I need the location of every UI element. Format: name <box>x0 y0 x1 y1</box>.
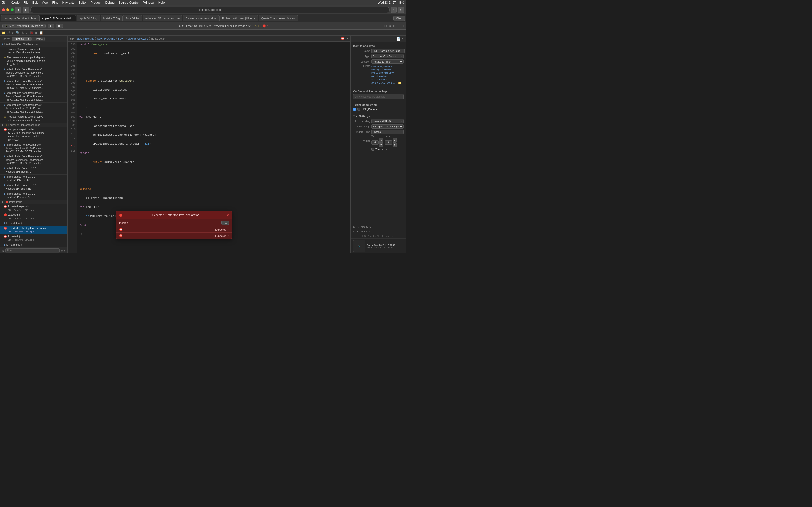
tab-drawing-window[interactable]: Drawing a custom window <box>183 15 219 21</box>
filter-options-icon2[interactable]: ⊠ <box>63 249 65 252</box>
file-inspector-icon[interactable]: 📄 <box>397 37 401 41</box>
wrap-lines-checkbox[interactable] <box>371 148 374 151</box>
menu-debug[interactable]: Debug <box>105 1 114 4</box>
issue-item[interactable]: ⛔ Expected '}' SDK_ProcAmp_GPU.cpp <box>0 234 67 242</box>
issue-item[interactable]: ℹ To match this '{' <box>0 242 67 247</box>
menu-file[interactable]: File <box>23 1 29 4</box>
location-dropdown[interactable]: Relative to Project ⏷ <box>371 59 404 64</box>
tab-advanced-ns[interactable]: Advanced NS...ashapes.com <box>143 15 182 21</box>
indent-using-dropdown[interactable]: Spaces ⏷ <box>371 130 404 134</box>
issue-item[interactable]: ℹ In file included from ../../../../Head… <box>0 166 67 175</box>
name-field[interactable] <box>371 49 405 53</box>
target-check-disabled[interactable] <box>357 108 360 111</box>
back-button[interactable]: ◀ <box>15 7 21 13</box>
breadcrumb-options[interactable]: ▼ <box>346 37 349 40</box>
issue-item[interactable]: ⛔ Expected expression SDK_ProcAmp_GPU.cp… <box>0 204 67 213</box>
issue-item[interactable]: ℹ In file included from /Users/macy/Tres… <box>0 143 67 154</box>
buildtime-tab[interactable]: Buildtime (15) <box>12 37 31 41</box>
menu-editor[interactable]: Editor <box>79 1 87 4</box>
run-button[interactable]: ▶ <box>48 24 54 28</box>
tab-quartz[interactable]: Quartz Comp...ow on Vimeo. <box>259 15 298 21</box>
layout-icon[interactable]: ⊟ <box>397 24 400 27</box>
encoding-dropdown[interactable]: Unicode (UTF-8) ⏷ <box>371 119 404 123</box>
url-bar[interactable]: console.adobe.io <box>31 7 390 13</box>
tab-sole-advise[interactable]: Sole Advise <box>123 15 142 21</box>
tab-apple-old-img[interactable]: Apple OLD Img <box>77 15 100 21</box>
tags-placeholder[interactable]: Only resources are taggable <box>353 94 404 99</box>
stop-button[interactable]: ⏹ <box>56 24 63 28</box>
search-icon[interactable]: 🔍 <box>16 31 20 35</box>
issue-item[interactable]: ⛔ Non-portable path to file'SPMD th.h'; … <box>0 127 67 143</box>
issue-item[interactable]: ⚠ The current #pragma pack aligmentvalue… <box>0 55 67 67</box>
project-nav-icon[interactable]: 📁 <box>1 31 5 35</box>
breadcrumb-file[interactable]: SDK_ProcAmp <box>77 37 94 40</box>
menu-navigate[interactable]: Navigate <box>62 1 74 4</box>
issue-item[interactable]: ℹ In file included from /Users/macy/Tres… <box>0 154 67 166</box>
menu-help[interactable]: Help <box>158 1 165 4</box>
source-control-icon[interactable]: ⎇ <box>7 31 10 35</box>
code-editor-icon[interactable]: { } <box>385 24 387 27</box>
menu-find[interactable]: Find <box>52 1 58 4</box>
issue-item[interactable]: ℹ In file included from ../../../../Head… <box>0 183 67 191</box>
share-button[interactable]: ↑ <box>391 7 397 13</box>
issue-item[interactable]: ℹ In file included from /Users/macy/Tres… <box>0 79 67 91</box>
target-check-enabled[interactable]: ✓ <box>353 108 356 111</box>
indent-increment-button[interactable]: ▲ <box>393 138 397 142</box>
tab-metal-kit[interactable]: Metal KIT Org <box>101 15 122 21</box>
assistant-editor-icon[interactable]: ⊞ <box>393 24 395 27</box>
forward-button[interactable]: ▶ <box>23 7 29 13</box>
issue-item[interactable]: ℹ In file included from /Users/macy/Tres… <box>0 103 67 114</box>
issues-icon[interactable]: ⚠ <box>21 31 24 35</box>
help-inspector-icon[interactable]: ? <box>402 37 404 41</box>
close-window-button[interactable] <box>2 8 5 11</box>
fix-button[interactable]: Fix <box>221 221 229 225</box>
fix-item[interactable]: Insert ';' Fix <box>116 219 232 226</box>
menu-window[interactable]: Window <box>143 1 154 4</box>
scheme-selector[interactable]: 📱 SDK_ProcAmp ▶ My Mac ⏷ <box>2 24 46 28</box>
runtime-tab[interactable]: Runtime <box>32 37 45 41</box>
type-dropdown[interactable]: Objective-C++ Source ⏷ <box>371 54 404 58</box>
menu-view[interactable]: View <box>42 1 48 4</box>
issue-item[interactable]: ℹ In file included from ../../../../Head… <box>0 175 67 183</box>
issue-item[interactable]: ⚠ Previous '#pragma pack' directivethat … <box>0 114 67 123</box>
test-icon[interactable]: ✓ <box>26 31 28 35</box>
reports-icon[interactable]: 📋 <box>39 31 43 35</box>
menu-edit[interactable]: Edit <box>33 1 38 4</box>
line-endings-dropdown[interactable]: No Explicit Line Endings ⏷ <box>371 124 404 129</box>
debug-icon[interactable]: 🐞 <box>30 31 34 35</box>
issue-item[interactable]: ℹ To match this '{' <box>0 221 67 226</box>
breadcrumb-cpp[interactable]: SDK_ProcAmp_GPU.cpp <box>118 37 148 40</box>
filter-options-icon[interactable]: ⊟ <box>61 249 63 252</box>
breadcrumb-group[interactable]: SDK_ProcAmp <box>97 37 115 40</box>
indent-decrement-button[interactable]: ▼ <box>393 143 397 147</box>
menu-xcode[interactable]: Xcode <box>11 1 19 4</box>
issue-item[interactable]: ℹ In file included from ../../../../Head… <box>0 191 67 200</box>
inspector-toggle-icon[interactable]: ⊡ <box>401 24 404 27</box>
tab-last-apple[interactable]: Last Apple De...tion Archive <box>1 15 39 21</box>
breakpoints-icon[interactable]: ◼ <box>35 31 38 35</box>
standard-editor-icon[interactable]: ▣ <box>389 24 391 27</box>
minimize-window-button[interactable] <box>6 8 9 11</box>
issue-item[interactable]: ℹ In file included from /Users/macy/Tres… <box>0 91 67 103</box>
tab-decrement-button[interactable]: ▼ <box>379 143 383 147</box>
selected-issue-item[interactable]: ⛔ Expected ';' after top level declarato… <box>0 226 67 234</box>
tab-width-input[interactable] <box>371 140 379 145</box>
filter-input[interactable] <box>5 248 60 253</box>
maximize-window-button[interactable] <box>11 8 13 11</box>
tab-apple-old-doc[interactable]: Apple OLD Documentation <box>39 15 77 21</box>
menu-product[interactable]: Product <box>91 1 101 4</box>
reveal-icon[interactable]: 📁 <box>398 81 401 84</box>
downloads-button[interactable]: ⬇ <box>398 7 404 13</box>
nav-prev-button[interactable]: ◀ <box>69 37 71 40</box>
symbols-icon[interactable]: ⊛ <box>12 31 14 35</box>
error-popup-close-button[interactable]: × <box>227 213 229 217</box>
tab-increment-button[interactable]: ▲ <box>379 138 383 142</box>
issue-item[interactable]: ℹ In file included from /Users/macy/Tres… <box>0 67 67 79</box>
nav-next-button[interactable]: ▶ <box>72 37 74 40</box>
issue-item[interactable]: ⚠ Previous '#pragma pack' directivethat … <box>0 47 67 55</box>
menu-source-control[interactable]: Source Control <box>118 1 140 4</box>
indent-width-input[interactable] <box>385 140 392 145</box>
apple-menu[interactable]: ⌘ <box>2 0 6 5</box>
clear-button[interactable]: Clear <box>394 16 405 21</box>
issue-item[interactable]: ⛔ Expected '}' SDK_ProcAmp_GPU.cpp <box>0 213 67 221</box>
